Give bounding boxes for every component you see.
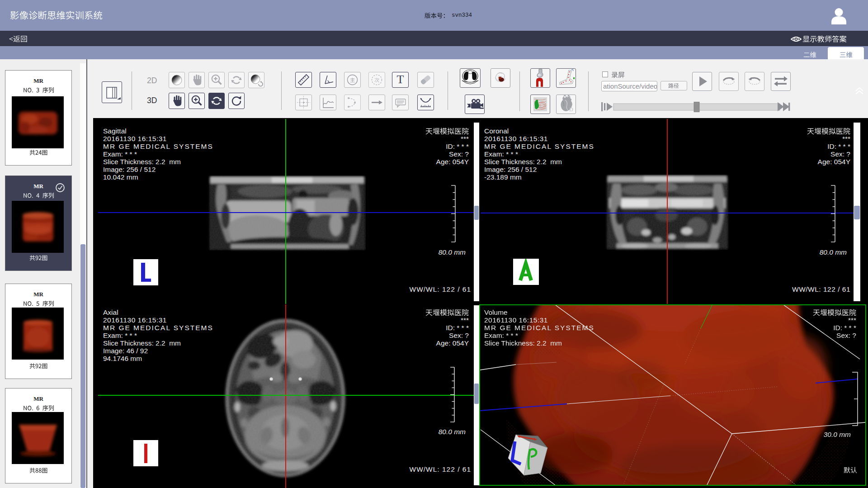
svg-text:D: D [569, 106, 573, 113]
